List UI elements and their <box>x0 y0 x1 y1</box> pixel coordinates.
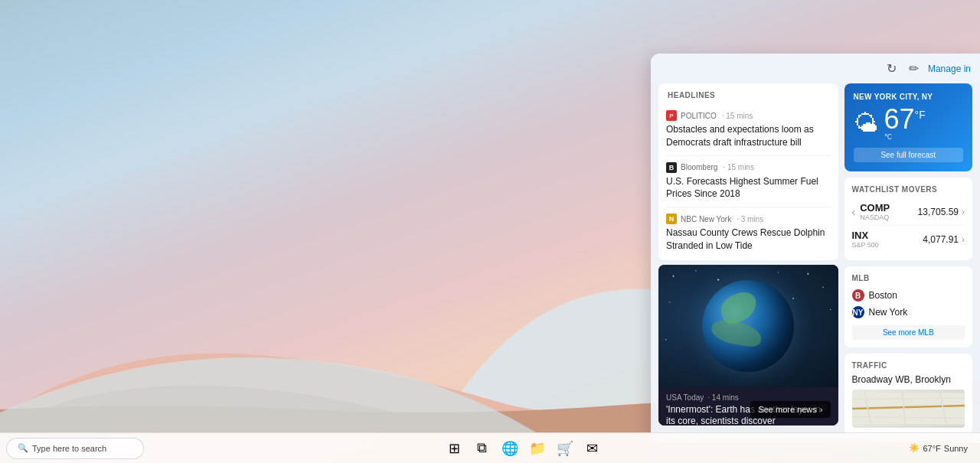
start-button[interactable]: ⊞ <box>441 435 469 462</box>
news-source-2: B Bloomberg · 15 mins <box>666 162 831 173</box>
refresh-icon[interactable]: ↻ <box>884 60 900 77</box>
news-title-3: Nassau County Crews Rescue Dolphin Stran… <box>666 227 831 253</box>
svg-point-2 <box>717 279 719 280</box>
edge-button[interactable]: 🌐 <box>496 435 524 462</box>
stock-price-comp: 13,705.59 <box>918 207 959 217</box>
sports-header: MLB <box>852 274 965 282</box>
weather-widget[interactable]: NEW YORK CITY, NY 🌤 67°F ℃ See full fore… <box>844 83 973 171</box>
weather-location: NEW YORK CITY, NY <box>854 93 964 101</box>
newyork-name: New York <box>869 307 965 318</box>
stock-arrow-inx: › <box>962 234 965 245</box>
earth-news-card[interactable]: USA Today · 14 mins 'Innermost': Earth h… <box>658 265 838 426</box>
svg-point-6 <box>792 298 794 299</box>
weather-temp: 67°F <box>884 103 926 135</box>
stock-row-inx[interactable]: INX S&P 500 4,077.91 › <box>852 226 965 253</box>
explorer-button[interactable]: 📁 <box>524 435 551 462</box>
earth-globe <box>702 280 794 372</box>
news-column: HEADLINES P POLITICO · 15 mins Obstacles… <box>658 83 838 435</box>
nbc-logo: N <box>666 214 677 224</box>
svg-point-9 <box>778 272 779 272</box>
store-button[interactable]: 🛒 <box>551 435 579 462</box>
see-more-label: See more news <box>758 405 816 414</box>
news-time-2: · 15 mins <box>723 163 754 171</box>
news-item-1[interactable]: P POLITICO · 15 mins Obstacles and expec… <box>666 104 831 156</box>
stocks-widget: WATCHLIST MOVERS ‹ COMP NASDAQ 13,705.59… <box>844 178 973 260</box>
stock-arrow-comp: › <box>962 207 965 217</box>
see-more-arrow: › <box>820 405 823 414</box>
stock-info-comp: COMP NASDAQ <box>860 202 917 221</box>
news-source-1: P POLITICO · 15 mins <box>666 110 831 121</box>
task-view-button[interactable]: ⧉ <box>469 435 496 462</box>
source-name-2: Bloomberg <box>681 163 717 171</box>
stocks-header: WATCHLIST MOVERS <box>852 185 965 194</box>
taskbar: 🔍 Type here to search ⊞ ⧉ 🌐 📁 🛒 ✉ ☀️ 67°… <box>0 432 980 463</box>
stock-info-inx: INX S&P 500 <box>852 230 923 249</box>
headlines-card: HEADLINES P POLITICO · 15 mins Obstacles… <box>658 83 838 260</box>
taskbar-weather-temp: 67°F <box>923 444 940 453</box>
news-time-1: · 15 mins <box>722 112 753 120</box>
traffic-location: Broadway WB, Brooklyn <box>852 374 965 385</box>
news-item-2[interactable]: B Bloomberg · 15 mins U.S. Forecasts Hig… <box>666 156 831 208</box>
stock-nav-left: ‹ <box>852 206 856 218</box>
stock-ticker-inx: INX <box>852 230 923 241</box>
news-item-3[interactable]: N NBC New York · 3 mins Nassau County Cr… <box>666 207 831 253</box>
stock-row-comp[interactable]: ‹ COMP NASDAQ 13,705.59 › <box>852 198 965 226</box>
svg-point-0 <box>673 275 675 276</box>
stock-price-inx: 4,077.91 <box>923 234 959 245</box>
traffic-widget: TRAFFIC Broadway WB, Brooklyn <box>844 354 973 435</box>
news-time-3: · 3 mins <box>737 215 763 223</box>
svg-point-7 <box>830 309 831 310</box>
news-title-1: Obstacles and expectations loom as Democ… <box>666 123 831 149</box>
see-more-news-button[interactable]: See more news › <box>750 401 830 418</box>
source-name-1: POLITICO <box>681 112 717 120</box>
sports-row-newyork[interactable]: NY New York <box>852 304 965 321</box>
taskbar-right: ☀️ 67°F Sunny <box>903 442 974 455</box>
newyork-logo: NY <box>852 306 864 318</box>
stock-exchange-inx: S&P 500 <box>852 241 923 249</box>
svg-point-4 <box>807 273 808 275</box>
taskbar-search[interactable]: 🔍 Type here to search <box>6 438 144 459</box>
boston-name: Boston <box>869 290 965 301</box>
mail-button[interactable]: ✉ <box>579 435 606 462</box>
taskbar-weather-condition: Sunny <box>944 444 968 453</box>
bloomberg-logo: B <box>666 162 677 173</box>
stock-ticker-comp: COMP <box>860 202 917 214</box>
taskbar-weather[interactable]: ☀️ 67°F Sunny <box>903 442 974 455</box>
svg-point-1 <box>695 270 697 272</box>
widgets-panel: ↻ ✏ Manage in HEADLINES P POLITICO · 15 … <box>651 54 980 443</box>
image-source-name: USA Today <box>666 393 704 402</box>
pencil-icon[interactable]: ✏ <box>906 60 922 77</box>
desktop: 🔍 Type here to search ⊞ ⧉ 🌐 📁 🛒 ✉ ☀️ 67°… <box>0 0 980 463</box>
image-source-time: · 14 mins <box>707 393 739 402</box>
widgets-header: ↻ ✏ Manage in <box>651 54 980 83</box>
politico-logo: P <box>666 110 677 121</box>
map-svg <box>852 390 965 428</box>
weather-icon: 🌤 <box>854 109 878 138</box>
svg-point-8 <box>665 339 667 341</box>
source-name-3: NBC New York <box>681 215 731 223</box>
map-preview <box>852 390 965 428</box>
manage-button[interactable]: Manage in <box>928 64 971 74</box>
news-title-2: U.S. Forecasts Highest Summer Fuel Price… <box>666 175 831 201</box>
see-more-mlb-button[interactable]: See more MLB <box>852 325 965 340</box>
taskbar-weather-icon: ☀️ <box>909 443 920 453</box>
sports-row-boston[interactable]: B Boston <box>852 287 965 304</box>
traffic-header: TRAFFIC <box>852 361 965 370</box>
widgets-column: NEW YORK CITY, NY 🌤 67°F ℃ See full fore… <box>844 83 973 435</box>
headlines-header: HEADLINES <box>666 91 831 99</box>
sports-widget: MLB B Boston NY New York See more MLB <box>844 266 973 347</box>
earth-visual <box>658 265 838 387</box>
svg-point-5 <box>822 286 824 288</box>
see-forecast-button[interactable]: See full forecast <box>854 148 964 162</box>
taskbar-center-icons: ⊞ ⧉ 🌐 📁 🛒 ✉ <box>144 435 903 462</box>
weather-main: 🌤 67°F ℃ <box>854 106 964 141</box>
search-icon: 🔍 <box>18 443 28 453</box>
search-placeholder: Type here to search <box>32 444 106 453</box>
widgets-body: HEADLINES P POLITICO · 15 mins Obstacles… <box>651 83 980 443</box>
stock-exchange-comp: NASDAQ <box>860 214 917 221</box>
svg-point-3 <box>669 302 670 302</box>
news-source-3: N NBC New York · 3 mins <box>666 214 831 224</box>
boston-logo: B <box>852 289 864 302</box>
